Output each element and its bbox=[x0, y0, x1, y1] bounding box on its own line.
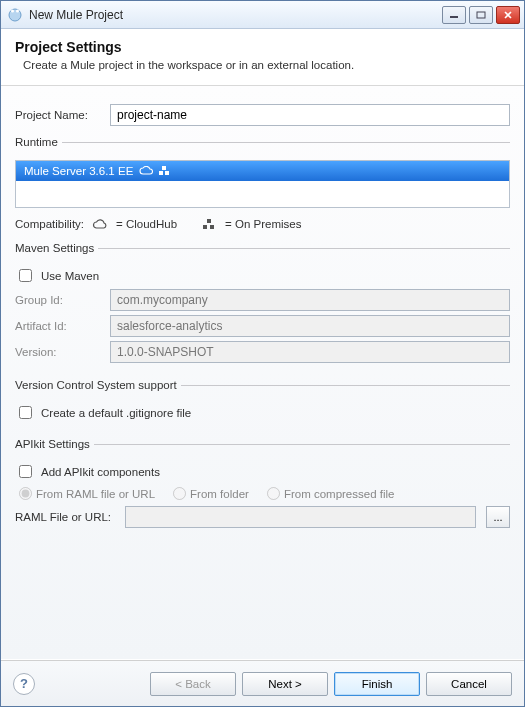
project-name-input[interactable] bbox=[110, 104, 510, 126]
maven-legend: Maven Settings bbox=[15, 242, 98, 254]
vcs-section: Version Control System support Create a … bbox=[15, 379, 510, 428]
page-description: Create a Mule project in the workspace o… bbox=[15, 59, 510, 71]
group-id-label: Group Id: bbox=[15, 294, 100, 306]
premises-icon bbox=[159, 166, 171, 176]
project-name-label: Project Name: bbox=[15, 109, 100, 121]
help-icon: ? bbox=[20, 676, 28, 691]
runtime-list[interactable]: Mule Server 3.6.1 EE bbox=[15, 160, 510, 208]
runtime-section: Runtime Mule Server 3.6.1 EE Compatibili… bbox=[15, 136, 510, 232]
svg-rect-4 bbox=[477, 12, 485, 18]
svg-point-0 bbox=[9, 9, 21, 21]
svg-point-2 bbox=[16, 9, 19, 12]
from-folder-label: From folder bbox=[190, 488, 249, 500]
compatibility-row: Compatibility: = CloudHub = On Premises bbox=[15, 218, 510, 230]
svg-rect-8 bbox=[207, 219, 211, 223]
version-label: Version: bbox=[15, 346, 100, 358]
use-maven-checkbox[interactable] bbox=[19, 269, 32, 282]
from-folder-radio bbox=[173, 487, 186, 500]
artifact-id-label: Artifact Id: bbox=[15, 320, 100, 332]
maven-section: Maven Settings Use Maven Group Id: Artif… bbox=[15, 242, 510, 369]
browse-button[interactable]: ... bbox=[486, 506, 510, 528]
runtime-name: Mule Server 3.6.1 EE bbox=[24, 165, 133, 177]
add-apikit-label[interactable]: Add APIkit components bbox=[41, 466, 160, 478]
window-titlebar: New Mule Project bbox=[1, 1, 524, 29]
compat-onprem: = On Premises bbox=[225, 218, 301, 230]
svg-point-1 bbox=[11, 9, 14, 12]
app-icon bbox=[7, 7, 23, 23]
page-title: Project Settings bbox=[15, 39, 510, 55]
runtime-row-selected[interactable]: Mule Server 3.6.1 EE bbox=[16, 161, 509, 181]
from-zip-radio bbox=[267, 487, 280, 500]
from-zip-label: From compressed file bbox=[284, 488, 395, 500]
runtime-legend: Runtime bbox=[15, 136, 62, 148]
version-input bbox=[110, 341, 510, 363]
premises-icon bbox=[203, 219, 217, 230]
back-button: < Back bbox=[150, 672, 236, 696]
svg-rect-6 bbox=[159, 171, 163, 175]
apikit-section: APIkit Settings Add APIkit components Fr… bbox=[15, 438, 510, 534]
next-button[interactable]: Next > bbox=[242, 672, 328, 696]
svg-rect-7 bbox=[165, 171, 169, 175]
use-maven-label[interactable]: Use Maven bbox=[41, 270, 99, 282]
maximize-button[interactable] bbox=[469, 6, 493, 24]
help-button[interactable]: ? bbox=[13, 673, 35, 695]
from-raml-label: From RAML file or URL bbox=[36, 488, 155, 500]
vcs-legend: Version Control System support bbox=[15, 379, 181, 391]
cancel-button[interactable]: Cancel bbox=[426, 672, 512, 696]
from-raml-radio bbox=[19, 487, 32, 500]
artifact-id-input bbox=[110, 315, 510, 337]
svg-rect-10 bbox=[210, 225, 214, 229]
cloud-icon bbox=[139, 166, 153, 176]
add-apikit-checkbox[interactable] bbox=[19, 465, 32, 478]
svg-rect-3 bbox=[450, 16, 458, 18]
raml-file-input bbox=[125, 506, 476, 528]
compat-cloudhub: = CloudHub bbox=[116, 218, 177, 230]
compat-label: Compatibility: bbox=[15, 218, 84, 230]
close-button[interactable] bbox=[496, 6, 520, 24]
cloud-icon bbox=[92, 219, 108, 230]
window-title: New Mule Project bbox=[29, 8, 442, 22]
apikit-legend: APIkit Settings bbox=[15, 438, 94, 450]
svg-rect-5 bbox=[162, 166, 166, 170]
wizard-content: Project Name: Runtime Mule Server 3.6.1 … bbox=[1, 86, 524, 659]
gitignore-checkbox[interactable] bbox=[19, 406, 32, 419]
gitignore-label[interactable]: Create a default .gitignore file bbox=[41, 407, 191, 419]
raml-file-label: RAML File or URL: bbox=[15, 511, 115, 523]
minimize-button[interactable] bbox=[442, 6, 466, 24]
wizard-banner: Project Settings Create a Mule project i… bbox=[1, 29, 524, 86]
group-id-input bbox=[110, 289, 510, 311]
svg-rect-9 bbox=[203, 225, 207, 229]
finish-button[interactable]: Finish bbox=[334, 672, 420, 696]
wizard-footer: ? < Back Next > Finish Cancel bbox=[1, 660, 524, 706]
